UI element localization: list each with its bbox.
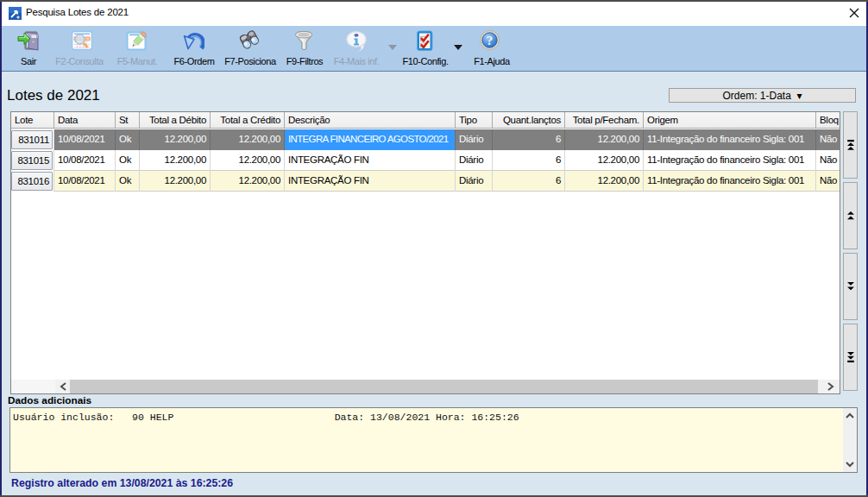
svg-text:?: ? xyxy=(487,34,494,47)
